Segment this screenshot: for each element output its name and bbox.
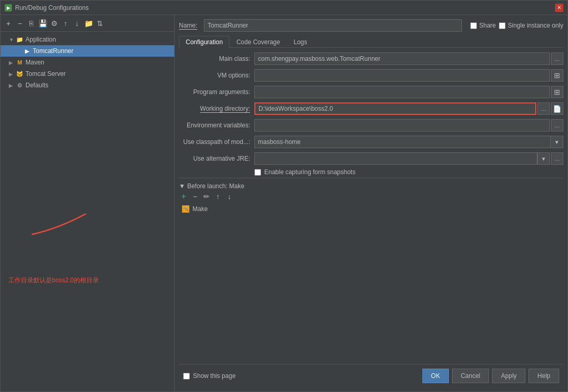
make-item-label: Make [192, 205, 208, 213]
configuration-form: Main class: … VM options: ⊞ Program argu… [179, 52, 563, 364]
tree-item-tomcatrunner[interactable]: ▶ TomcatRunner [1, 45, 174, 57]
env-variables-input[interactable] [254, 119, 550, 132]
use-classpath-row: Use classpath of mod...: ▼ [179, 135, 563, 149]
use-alt-jre-dropdown-arrow[interactable]: ▼ [537, 152, 550, 165]
right-panel: Name: Share Single instance only Configu [175, 15, 567, 391]
maven-icon: M [16, 59, 23, 66]
tree-item-application[interactable]: ▼ 📁 Application [1, 34, 174, 45]
red-arrow-svg [1, 214, 157, 318]
show-page-label: Show this page [193, 372, 236, 380]
left-toolbar: + − ⎘ 💾 ⚙ ↑ ↓ 📁 ⇅ [1, 15, 174, 32]
env-variables-browse-button[interactable]: … [551, 119, 563, 132]
name-input[interactable] [204, 19, 462, 32]
defaults-label: Defaults [25, 82, 48, 89]
application-icon: 📁 [16, 36, 23, 43]
before-launch-separator [179, 178, 563, 178]
left-panel: + − ⎘ 💾 ⚙ ↑ ↓ 📁 ⇅ ▼ 📁 Application [1, 15, 175, 391]
move-up-button[interactable]: ↑ [61, 19, 70, 28]
working-directory-browse-button[interactable]: … [537, 102, 550, 115]
use-alt-jre-label: Use alternative JRE: [179, 155, 254, 162]
remove-config-button[interactable]: − [15, 19, 24, 28]
move-down-button[interactable]: ↓ [72, 19, 82, 28]
tab-configuration[interactable]: Configuration [179, 36, 229, 48]
copy-config-button[interactable]: ⎘ [27, 19, 36, 28]
vm-options-row: VM options: ⊞ [179, 69, 563, 82]
configuration-tree: ▼ 📁 Application ▶ TomcatRunner ▶ M Maven [1, 32, 174, 214]
program-arguments-input[interactable] [254, 86, 550, 98]
make-item[interactable]: 🔨 Make [179, 203, 563, 215]
ok-button[interactable]: OK [422, 369, 449, 383]
main-class-input[interactable] [254, 53, 550, 65]
before-launch-toolbar: + − ✏ ↑ ↓ [179, 192, 563, 201]
single-instance-checkbox-label[interactable]: Single instance only [499, 22, 563, 29]
sort-button[interactable]: ⇅ [95, 19, 105, 28]
working-directory-folder-button[interactable]: 📄 [551, 102, 563, 115]
share-checkbox[interactable] [470, 22, 477, 29]
use-alt-jre-browse-button[interactable]: … [551, 152, 563, 165]
before-launch-up-button[interactable]: ↑ [213, 192, 223, 201]
enable-capturing-checkbox[interactable] [254, 169, 261, 176]
title-bar: ▶ Run/Debug Configurations ✕ [1, 1, 567, 15]
env-variables-label: Environment variables: [179, 122, 254, 129]
program-arguments-expand-button[interactable]: ⊞ [551, 86, 563, 98]
save-config-button[interactable]: 💾 [38, 19, 47, 28]
use-classpath-dropdown-arrow[interactable]: ▼ [551, 136, 563, 148]
cancel-button[interactable]: Cancel [452, 369, 489, 383]
application-label: Application [25, 36, 56, 43]
defaults-arrow: ▶ [9, 83, 14, 88]
window-title: Run/Debug Configurations [15, 4, 88, 11]
share-checkbox-label[interactable]: Share [470, 22, 496, 29]
window-icon: ▶ [5, 4, 12, 11]
before-launch-down-button[interactable]: ↓ [225, 192, 234, 201]
name-row: Name: Share Single instance only [179, 19, 563, 32]
tomcat-server-label: Tomcat Server [25, 70, 66, 77]
working-directory-label: Working directory: [179, 105, 254, 112]
program-arguments-row: Program arguments: ⊞ [179, 85, 563, 99]
tomcatrunner-icon: ▶ [23, 47, 31, 55]
tree-item-tomcat-server[interactable]: ▶ 🐱 Tomcat Server [1, 68, 174, 80]
single-instance-checkbox[interactable] [499, 22, 506, 29]
enable-capturing-row: Enable capturing form snapshots [254, 168, 563, 176]
vm-options-label: VM options: [179, 72, 254, 79]
add-config-button[interactable]: + [4, 19, 13, 28]
show-page-row: Show this page [183, 372, 236, 380]
main-content: + − ⎘ 💾 ⚙ ↑ ↓ 📁 ⇅ ▼ 📁 Application [1, 15, 567, 391]
before-launch-add-button[interactable]: + [179, 192, 188, 201]
folder-button[interactable]: 📁 [84, 19, 93, 28]
make-icon: 🔨 [182, 205, 189, 213]
working-directory-row: Working directory: … 📄 [179, 102, 563, 115]
show-page-checkbox[interactable] [183, 373, 190, 380]
apply-button[interactable]: Apply [492, 369, 525, 383]
before-launch-arrow: ▼ [179, 182, 185, 190]
tomcat-server-arrow: ▶ [9, 71, 14, 77]
help-button[interactable]: Help [528, 369, 559, 383]
tabs-bar: Configuration Code Coverage Logs [179, 36, 563, 48]
bottom-bar: Show this page OK Cancel Apply Help [179, 364, 563, 387]
main-class-browse-button[interactable]: … [551, 53, 563, 65]
title-bar-left: ▶ Run/Debug Configurations [5, 4, 88, 11]
defaults-icon: ⚙ [16, 82, 23, 89]
before-launch-section-label: ▼ Before launch: Make [179, 182, 563, 190]
maven-label: Maven [25, 59, 44, 66]
tomcatrunner-arrow [16, 48, 21, 54]
use-classpath-label: Use classpath of mod...: [179, 138, 254, 146]
name-right-options: Share Single instance only [470, 22, 563, 29]
tree-item-defaults[interactable]: ▶ ⚙ Defaults [1, 80, 174, 91]
tab-code-coverage[interactable]: Code Coverage [229, 36, 287, 48]
settings-button[interactable]: ⚙ [49, 19, 59, 28]
close-button[interactable]: ✕ [555, 4, 563, 12]
annotation-area: 工作目录默认是boss2.0的根目录 [1, 214, 174, 391]
bottom-buttons: OK Cancel Apply Help [422, 369, 559, 383]
enable-capturing-label: Enable capturing form snapshots [264, 168, 355, 176]
tab-logs[interactable]: Logs [287, 36, 314, 48]
use-alt-jre-input[interactable] [254, 152, 537, 165]
vm-options-expand-button[interactable]: ⊞ [551, 69, 563, 82]
use-classpath-input[interactable] [254, 136, 551, 148]
main-class-row: Main class: … [179, 52, 563, 66]
working-directory-input[interactable] [254, 102, 536, 115]
before-launch-edit-button[interactable]: ✏ [202, 192, 211, 201]
before-launch-remove-button[interactable]: − [190, 192, 200, 201]
tree-item-maven[interactable]: ▶ M Maven [1, 57, 174, 68]
vm-options-input[interactable] [254, 69, 550, 82]
annotation-text: 工作目录默认是boss2.0的根目录 [8, 276, 99, 285]
